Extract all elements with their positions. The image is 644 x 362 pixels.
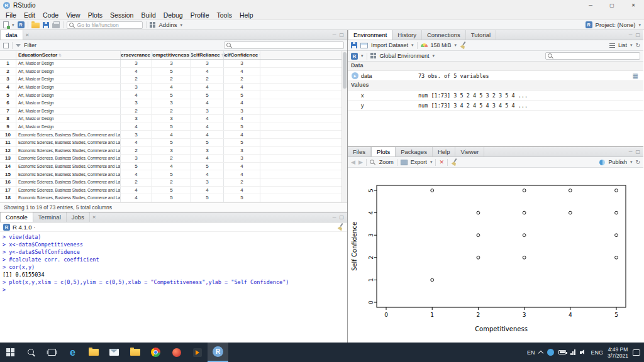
memory-usage-label[interactable]: 158 MiB — [431, 42, 452, 48]
chevron-down-icon[interactable]: ▾ — [455, 43, 457, 48]
chevron-down-icon[interactable]: ▾ — [430, 160, 433, 165]
export-icon[interactable] — [401, 160, 408, 165]
open-file-icon[interactable] — [31, 23, 40, 28]
chevron-down-icon[interactable]: ▾ — [411, 43, 414, 48]
plots-tab-viewer[interactable]: Viewer — [455, 147, 484, 156]
clear-plots-icon[interactable] — [451, 158, 458, 166]
chevron-down-icon[interactable]: ▾ — [630, 43, 633, 48]
back-icon[interactable]: ◀ — [351, 159, 355, 165]
vertical-scrollbar[interactable] — [341, 51, 347, 202]
plots-tab-packages[interactable]: Packages — [396, 147, 433, 156]
menu-help[interactable]: Help — [236, 10, 257, 20]
minimize-pane-icon[interactable]: ─ — [629, 32, 633, 38]
print-icon[interactable] — [52, 23, 60, 28]
taskbar-mail[interactable] — [104, 343, 125, 362]
volume-icon[interactable] — [580, 349, 586, 355]
environment-tab-tutorial[interactable]: Tutorial — [466, 30, 496, 40]
table-row[interactable]: 18Economic Sciences, Business Studies, C… — [0, 194, 347, 202]
console-output[interactable]: > view(data)> x<-data$Competitiveness> y… — [0, 232, 347, 295]
chevron-down-icon[interactable]: ▾ — [433, 53, 435, 58]
minimize-pane-icon[interactable]: ─ — [333, 214, 336, 220]
refresh-icon[interactable]: ↻ — [635, 159, 640, 165]
maximize-pane-icon[interactable]: ▢ — [635, 32, 640, 38]
export-label[interactable]: Export — [411, 159, 427, 165]
env-item-data[interactable]: ▸data73 obs. of 5 variables▦ — [348, 71, 643, 81]
popout-icon[interactable] — [3, 43, 9, 48]
r-scope-icon[interactable]: R — [351, 53, 358, 60]
keyboard-language-indicator[interactable]: ENG — [591, 349, 603, 356]
table-row[interactable]: 7Art, Music or Design2233 — [0, 107, 347, 116]
refresh-icon[interactable]: ↻ — [635, 42, 640, 48]
plots-tab-help[interactable]: Help — [433, 147, 456, 156]
chevron-down-icon[interactable]: ▾ — [630, 160, 633, 165]
minimize-pane-icon[interactable]: ─ — [333, 32, 336, 38]
clear-environment-icon[interactable] — [460, 41, 467, 49]
chevron-down-icon[interactable]: ▾ — [12, 23, 14, 28]
menu-code[interactable]: Code — [39, 10, 62, 20]
taskbar-task-view[interactable] — [42, 343, 62, 362]
taskbar-opera[interactable] — [166, 343, 187, 362]
env-item-y[interactable]: ynum [1:73] 3 4 2 4 5 4 3 4 5 4 ... — [348, 101, 643, 111]
taskbar-rstudio[interactable]: R — [208, 343, 228, 362]
project-label[interactable]: Project: (None) — [596, 21, 636, 28]
publish-label[interactable]: Publish — [608, 159, 627, 165]
clock[interactable]: 4:49 PM 3/7/2021 — [608, 346, 628, 359]
addins-label[interactable]: Addins — [159, 21, 177, 28]
menu-plots[interactable]: Plots — [84, 10, 106, 20]
list-view-label[interactable]: List — [618, 42, 627, 48]
taskbar-media-player[interactable] — [187, 343, 208, 362]
hidden-icons-chevron-icon[interactable] — [538, 351, 543, 356]
menu-file[interactable]: File — [2, 10, 20, 20]
global-environment-label[interactable]: Global Environment — [380, 53, 430, 59]
cloud-icon[interactable] — [547, 349, 554, 356]
forward-icon[interactable]: ▶ — [358, 159, 363, 165]
chevron-down-icon[interactable]: ▾ — [361, 53, 364, 58]
taskbar-search[interactable] — [21, 343, 42, 362]
table-search-input[interactable] — [235, 42, 341, 48]
column-header-selfconfidence[interactable]: SelfConfidence⇅ — [224, 51, 260, 59]
chevron-down-icon[interactable]: ▾ — [180, 23, 183, 28]
taskbar-folder[interactable] — [125, 343, 145, 362]
minimize-button[interactable]: ─ — [580, 0, 601, 10]
console-tab-console[interactable]: Console — [0, 212, 33, 222]
filter-label[interactable]: Filter — [24, 42, 36, 48]
table-row[interactable]: 14Economic Sciences, Business Studies, C… — [0, 163, 347, 171]
language-indicator[interactable]: EN — [527, 349, 535, 356]
remove-plot-icon[interactable]: ✕ — [439, 159, 444, 165]
maximize-button[interactable]: ▢ — [601, 0, 623, 10]
plots-tab-plots[interactable]: Plots — [371, 147, 396, 156]
table-row[interactable]: 4Art, Music or Design3444 — [0, 84, 347, 92]
maximize-pane-icon[interactable]: ▢ — [339, 32, 344, 38]
taskbar-chrome[interactable] — [145, 343, 166, 362]
menu-profile[interactable]: Profile — [187, 10, 213, 20]
table-row[interactable]: 17Economic Sciences, Business Studies, C… — [0, 187, 347, 195]
new-project-icon[interactable]: R — [18, 21, 25, 28]
environment-tab-environment[interactable]: Environment — [348, 30, 392, 40]
import-dataset-icon[interactable] — [360, 43, 368, 48]
save-workspace-icon[interactable] — [351, 42, 357, 48]
close-tab-icon[interactable]: ✕ — [23, 30, 32, 40]
table-row[interactable]: 10Economic Sciences, Business Studies, C… — [0, 131, 347, 139]
plots-tab-files[interactable]: Files — [348, 147, 371, 156]
import-dataset-label[interactable]: Import Dataset — [371, 42, 408, 48]
addins-icon[interactable] — [150, 22, 156, 28]
table-row[interactable]: 3Art, Music or Design2222 — [0, 75, 347, 84]
table-row[interactable]: 15Economic Sciences, Business Studies, C… — [0, 170, 347, 178]
table-row[interactable]: 5Art, Music or Design4555 — [0, 91, 347, 99]
console-tab-terminal[interactable]: Terminal — [33, 212, 67, 222]
battery-icon[interactable] — [558, 350, 566, 354]
table-row[interactable]: 11Economic Sciences, Business Studies, C… — [0, 139, 347, 147]
close-button[interactable]: ✕ — [623, 0, 644, 10]
filter-icon[interactable] — [16, 44, 21, 47]
list-view-icon[interactable] — [609, 43, 615, 48]
scrollbar-thumb[interactable] — [343, 52, 347, 89]
table-row[interactable]: 1Art, Music or Design3333 — [0, 60, 347, 68]
table-row[interactable]: 8Art, Music or Design3344 — [0, 115, 347, 123]
chevron-down-icon[interactable]: ▾ — [638, 23, 641, 28]
expand-icon[interactable]: ▸ — [352, 72, 358, 79]
table-row[interactable]: 16Economic Sciences, Business Studies, C… — [0, 178, 347, 187]
zoom-icon[interactable] — [370, 159, 376, 165]
menu-edit[interactable]: Edit — [20, 10, 39, 20]
column-header-selfreliance[interactable]: SelfReliance⇅ — [191, 51, 224, 59]
menu-debug[interactable]: Debug — [160, 10, 187, 20]
